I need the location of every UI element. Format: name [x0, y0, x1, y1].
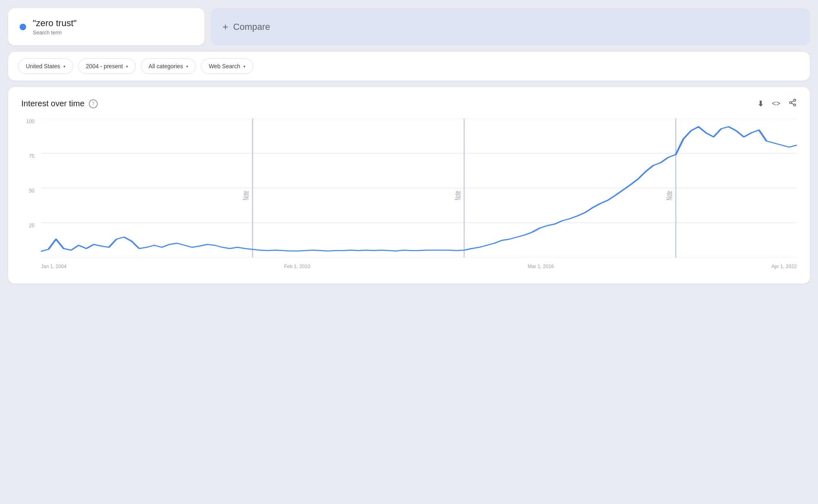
x-label-2010: Feb 1, 2010 — [284, 264, 310, 269]
compare-card[interactable]: + Compare — [211, 8, 810, 45]
search-term-label: "zero trust" — [33, 18, 76, 29]
chart-header: Interest over time ? ⬇ <> — [21, 99, 797, 109]
chart-section: Interest over time ? ⬇ <> 100 75 50 25 — [8, 87, 810, 284]
chart-title-group: Interest over time ? — [21, 99, 98, 108]
chart-drawing-area: Note Note Note — [41, 119, 797, 258]
x-label-2022: Apr 1, 2022 — [771, 264, 797, 269]
svg-point-0 — [794, 99, 796, 101]
category-filter-label: All categories — [148, 63, 183, 69]
time-filter[interactable]: 2004 - present ▾ — [78, 58, 136, 74]
region-chevron-icon: ▾ — [63, 64, 65, 69]
embed-icon[interactable]: <> — [772, 99, 780, 108]
trend-chart-svg: Note Note Note — [41, 119, 797, 258]
region-filter-label: United States — [26, 63, 60, 69]
search-dot — [20, 24, 26, 30]
region-filter[interactable]: United States ▾ — [18, 58, 73, 74]
search-type-chevron-icon: ▾ — [243, 64, 245, 69]
compare-label: Compare — [233, 22, 270, 32]
time-chevron-icon: ▾ — [126, 64, 128, 69]
x-label-2004: Jan 1, 2004 — [41, 264, 67, 269]
y-label-25: 25 — [29, 223, 34, 228]
search-type-filter-label: Web Search — [209, 63, 240, 69]
time-filter-label: 2004 - present — [86, 63, 123, 69]
svg-line-4 — [791, 101, 794, 102]
y-label-100: 100 — [26, 119, 34, 124]
trend-line — [41, 127, 797, 251]
category-filter[interactable]: All categories ▾ — [141, 58, 196, 74]
svg-point-2 — [794, 104, 796, 106]
y-label-75: 75 — [29, 153, 34, 159]
x-label-2016: Mar 1, 2016 — [528, 264, 554, 269]
filters-section: United States ▾ 2004 - present ▾ All cat… — [8, 52, 810, 81]
search-term-text: "zero trust" Search term — [33, 18, 76, 36]
x-axis-labels: Jan 1, 2004 Feb 1, 2010 Mar 1, 2016 Apr … — [41, 259, 797, 274]
share-icon[interactable] — [789, 99, 797, 109]
help-icon[interactable]: ? — [89, 99, 98, 108]
chart-container: 100 75 50 25 Note Note Note — [21, 119, 797, 274]
download-icon[interactable]: ⬇ — [757, 99, 764, 108]
svg-point-1 — [790, 102, 792, 104]
search-term-card: "zero trust" Search term — [8, 8, 204, 45]
search-term-sublabel: Search term — [33, 29, 76, 36]
chart-title: Interest over time — [21, 99, 85, 108]
svg-text:Note: Note — [664, 191, 673, 200]
y-label-50: 50 — [29, 188, 34, 194]
svg-text:Note: Note — [453, 191, 462, 200]
search-type-filter[interactable]: Web Search ▾ — [201, 58, 253, 74]
chart-actions: ⬇ <> — [757, 99, 797, 109]
y-axis-labels: 100 75 50 25 — [21, 119, 38, 258]
svg-line-3 — [791, 103, 794, 104]
compare-plus-icon: + — [222, 21, 228, 33]
category-chevron-icon: ▾ — [186, 64, 188, 69]
svg-text:Note: Note — [241, 191, 250, 200]
